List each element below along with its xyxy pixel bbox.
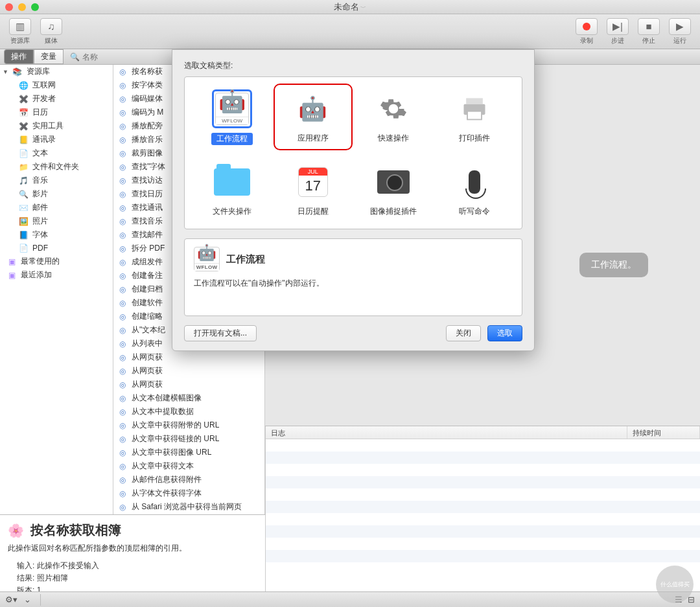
type-calendar-alarm[interactable]: JUL17 日历提醒	[276, 159, 351, 220]
info-description: 此操作返回对名称匹配所指参数的顶层相簿的引用。	[8, 543, 257, 554]
action-icon: ◎	[117, 135, 128, 145]
action-item[interactable]: ◎从文本中提取数据	[113, 405, 264, 418]
type-grid: 🤖WFLOW 工作流程 🤖 应用程序 快速操作 打印插件 文件夹操作	[184, 76, 522, 229]
play-icon: ▶	[669, 18, 691, 35]
tools-icon: ✖️	[18, 94, 29, 104]
minimize-icon[interactable]	[18, 3, 26, 11]
action-item[interactable]: ◎从网页获	[113, 350, 264, 364]
step-button[interactable]: ▶| 步进	[604, 18, 631, 45]
expand-icon[interactable]: ⌄	[24, 595, 31, 604]
sidebar-item-pdf[interactable]: 📄PDF	[0, 242, 113, 255]
action-item[interactable]: ◎从文章中获得链接的 URL	[113, 432, 264, 446]
disclosure-icon: ▼	[3, 69, 8, 75]
action-item[interactable]: ◎从文章中获得附带的 URL	[113, 418, 264, 432]
automator-icon: 🤖	[218, 88, 246, 114]
document-type-dialog: 选取文稿类型: 🤖WFLOW 工作流程 🤖 应用程序 快速操作 打印插件	[172, 49, 535, 351]
log-col-log[interactable]: 日志	[266, 426, 627, 439]
action-icon: ◎	[117, 189, 128, 200]
run-button[interactable]: ▶ 运行	[666, 18, 694, 45]
type-workflow[interactable]: 🤖WFLOW 工作流程	[195, 86, 270, 148]
action-icon: ◎	[117, 148, 128, 159]
type-print-plugin[interactable]: 打印插件	[438, 86, 512, 148]
gear-dropdown[interactable]: ⚙︎▾	[5, 595, 18, 604]
action-item[interactable]: ◎从网页获	[113, 364, 264, 378]
window-titlebar: 未命名﹀	[0, 0, 700, 14]
tab-variables[interactable]: 变量	[34, 49, 64, 64]
font-icon: 📘	[18, 230, 29, 240]
calendar-icon: 📅	[18, 108, 29, 118]
camera-icon	[373, 162, 414, 202]
type-dictation[interactable]: 听写命令	[438, 159, 512, 220]
sidebar-item-fonts[interactable]: 📘字体	[0, 228, 113, 242]
action-icon: ◎	[117, 203, 128, 213]
info-result: 结果: 照片相簿	[17, 573, 257, 584]
window-title: 未命名﹀	[334, 1, 366, 13]
maximize-icon[interactable]	[31, 3, 39, 11]
record-icon	[576, 18, 598, 35]
close-button[interactable]: 关闭	[446, 325, 481, 341]
media-toggle[interactable]: ♫ 媒体	[38, 18, 65, 45]
action-icon: ◎	[117, 257, 128, 268]
movie-icon: 🔍	[18, 189, 29, 200]
sidebar-most-used[interactable]: ▣最常使用的	[0, 255, 113, 268]
type-quick-action[interactable]: 快速操作	[356, 86, 431, 148]
log-col-duration[interactable]: 持续时间	[627, 426, 700, 439]
sidebar-item-files[interactable]: 📁文件和文件夹	[0, 160, 113, 174]
sidebar-item-text[interactable]: 📄文本	[0, 146, 113, 160]
sidebar-recent[interactable]: ▣最近添加	[0, 268, 113, 282]
action-icon: ◎	[117, 502, 128, 512]
type-image-capture[interactable]: 图像捕捉插件	[356, 159, 431, 220]
action-icon: ◎	[117, 434, 128, 444]
stop-button[interactable]: ■ 停止	[635, 18, 662, 45]
sidebar-item-calendar[interactable]: 📅日历	[0, 106, 113, 119]
action-icon: ◎	[117, 352, 128, 363]
sidebar-item-developer[interactable]: ✖️开发者	[0, 92, 113, 106]
choose-button[interactable]: 选取	[487, 325, 522, 341]
action-icon: ◎	[117, 461, 128, 472]
log-panel: 日志 持续时间	[265, 426, 700, 607]
action-item[interactable]: ◎从网页获	[113, 378, 264, 391]
chevron-down-icon[interactable]: ﹀	[360, 5, 366, 11]
action-icon: ◎	[117, 162, 128, 172]
record-button[interactable]: 录制	[573, 18, 600, 45]
action-item[interactable]: ◎从邮件信息获得附件	[113, 473, 264, 487]
pdf-icon: 📄	[18, 243, 29, 253]
type-application[interactable]: 🤖 应用程序	[276, 86, 351, 148]
close-icon[interactable]	[5, 3, 13, 11]
music-icon: 🎵	[18, 176, 29, 186]
action-icon: ◎	[117, 488, 128, 499]
open-existing-button[interactable]: 打开现有文稿...	[184, 325, 257, 341]
sidebar-item-contacts[interactable]: 📒通讯录	[0, 133, 113, 146]
tab-actions[interactable]: 操作	[4, 49, 34, 64]
traffic-lights	[5, 3, 39, 11]
library-header[interactable]: ▼ 📚 资源库	[0, 65, 113, 78]
action-icon: ◎	[117, 325, 128, 336]
type-folder-action[interactable]: 文件夹操作	[195, 159, 270, 220]
folder-icon	[212, 162, 252, 202]
action-item[interactable]: ◎从文章中获得图像 URL	[113, 446, 264, 459]
action-icon: ◎	[117, 339, 128, 349]
microphone-icon	[454, 162, 495, 202]
log-rows	[266, 439, 700, 607]
sidebar-item-utilities[interactable]: ✖️实用工具	[0, 119, 113, 133]
sidebar-item-photos[interactable]: 🖼️照片	[0, 214, 113, 228]
sidebar-item-movies[interactable]: 🔍影片	[0, 187, 113, 201]
sidebar-item-music[interactable]: 🎵音乐	[0, 174, 113, 187]
action-item[interactable]: ◎从文本创建横幅图像	[113, 391, 264, 405]
sidebar-item-internet[interactable]: 🌐互联网	[0, 78, 113, 92]
action-icon: ◎	[117, 176, 128, 186]
action-icon: ◎	[117, 94, 128, 104]
text-icon: 📄	[18, 148, 29, 159]
action-icon: ◎	[117, 475, 128, 485]
sidebar-item-mail[interactable]: ✉️邮件	[0, 201, 113, 214]
dialog-buttons: 打开现有文稿... 关闭 选取	[184, 325, 522, 341]
svg-rect-0	[466, 98, 483, 104]
action-item[interactable]: ◎从字体文件获得字体	[113, 487, 264, 500]
info-panel: 🌸 按名称获取相簿 此操作返回对名称匹配所指参数的顶层相簿的引用。 输入: 此操…	[0, 514, 265, 591]
mail-icon: ✉️	[18, 203, 29, 213]
action-item[interactable]: ◎从 Safari 浏览器中获得当前网页	[113, 500, 264, 514]
action-icon: ◎	[117, 67, 128, 77]
dialog-description: 🤖WFLOW 工作流程 工作流程可以在"自动操作"内部运行。	[184, 238, 522, 316]
library-toggle[interactable]: ▥ 资源库	[6, 18, 34, 45]
action-item[interactable]: ◎从文章中获得文本	[113, 459, 264, 473]
